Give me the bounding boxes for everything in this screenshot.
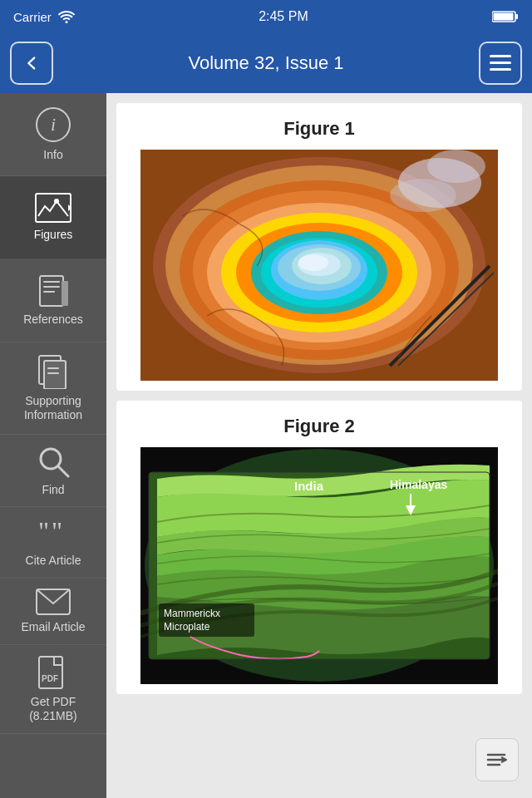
svg-point-9 xyxy=(54,199,59,204)
sidebar-item-references[interactable]: References xyxy=(0,259,106,342)
sidebar-item-figures-label: Figures xyxy=(34,228,73,242)
sidebar-item-cite[interactable]: " " Cite Article xyxy=(0,507,106,579)
figure-2-title: Figure 2 xyxy=(116,401,522,447)
svg-rect-18 xyxy=(47,367,59,369)
svg-text:Mammerickx: Mammerickx xyxy=(164,608,220,619)
svg-rect-2 xyxy=(494,13,514,21)
svg-text:Himalayas: Himalayas xyxy=(390,478,447,491)
references-icon xyxy=(37,274,70,308)
svg-text:": " xyxy=(52,517,62,546)
figure-2-card: Figure 2 xyxy=(116,401,522,694)
svg-rect-1 xyxy=(515,14,518,19)
svg-point-41 xyxy=(298,254,328,271)
supporting-icon xyxy=(37,354,69,389)
sidebar-item-supporting-label: Supporting Information xyxy=(24,394,82,422)
header: Volume 32, Issue 1 xyxy=(0,33,532,93)
figure-2-image: India Himalayas Mammerickx Microplate xyxy=(140,447,498,684)
sidebar: i Info Figures References xyxy=(0,93,106,798)
carrier-label: Carrier xyxy=(13,10,52,24)
main-layout: i Info Figures References xyxy=(0,93,532,798)
svg-point-43 xyxy=(427,150,485,183)
sidebar-item-figures[interactable]: Figures xyxy=(0,176,106,259)
menu-icon xyxy=(490,55,511,71)
svg-rect-13 xyxy=(43,286,60,288)
figure-1-title: Figure 1 xyxy=(116,103,522,150)
svg-rect-25 xyxy=(39,657,62,688)
status-bar-right xyxy=(492,10,519,23)
collapse-icon xyxy=(486,751,508,768)
battery-icon xyxy=(492,10,519,23)
back-icon xyxy=(22,54,41,72)
svg-rect-4 xyxy=(490,62,511,64)
svg-rect-8 xyxy=(36,194,71,222)
wifi-icon xyxy=(58,10,75,23)
email-icon xyxy=(36,589,71,615)
svg-rect-19 xyxy=(47,372,59,374)
svg-rect-12 xyxy=(43,281,60,283)
find-icon xyxy=(37,445,70,478)
svg-rect-17 xyxy=(44,361,66,389)
figure-1-card: Figure 1 xyxy=(116,103,522,391)
sidebar-item-info-label: Info xyxy=(43,148,62,162)
svg-rect-5 xyxy=(490,68,511,71)
svg-text:Microplate: Microplate xyxy=(164,621,210,633)
svg-text:India: India xyxy=(294,479,324,493)
sidebar-item-pdf[interactable]: PDF Get PDF (8.21MB) xyxy=(0,645,106,734)
pdf-icon: PDF xyxy=(37,655,69,690)
sidebar-item-email[interactable]: Email Article xyxy=(0,579,106,645)
svg-line-21 xyxy=(58,466,68,476)
figures-icon xyxy=(35,193,71,223)
sidebar-item-find-label: Find xyxy=(42,483,64,497)
status-bar-left: Carrier xyxy=(13,10,75,24)
svg-rect-3 xyxy=(490,55,511,57)
sidebar-item-find[interactable]: Find xyxy=(0,435,106,508)
cite-icon: " " xyxy=(37,517,70,549)
sidebar-item-info[interactable]: i Info xyxy=(0,93,106,176)
sidebar-item-cite-label: Cite Article xyxy=(26,554,81,568)
figure-1-image xyxy=(140,150,498,381)
svg-text:PDF: PDF xyxy=(42,674,58,683)
info-icon: i xyxy=(35,106,71,143)
sidebar-item-pdf-label: Get PDF (8.21MB) xyxy=(29,695,77,723)
header-title: Volume 32, Issue 1 xyxy=(188,52,343,74)
svg-text:i: i xyxy=(51,114,56,135)
svg-point-44 xyxy=(390,179,456,212)
sidebar-item-supporting[interactable]: Supporting Information xyxy=(0,342,106,435)
svg-text:": " xyxy=(38,517,49,546)
status-bar: Carrier 2:45 PM xyxy=(0,0,532,33)
content-area[interactable]: Figure 1 xyxy=(106,93,532,798)
back-button[interactable] xyxy=(10,42,53,85)
sidebar-item-references-label: References xyxy=(23,313,83,327)
svg-rect-15 xyxy=(62,281,68,306)
svg-rect-14 xyxy=(43,291,55,293)
status-bar-time: 2:45 PM xyxy=(259,9,308,24)
sidebar-item-email-label: Email Article xyxy=(21,620,85,634)
menu-button[interactable] xyxy=(479,42,522,85)
collapse-button[interactable] xyxy=(475,738,519,781)
